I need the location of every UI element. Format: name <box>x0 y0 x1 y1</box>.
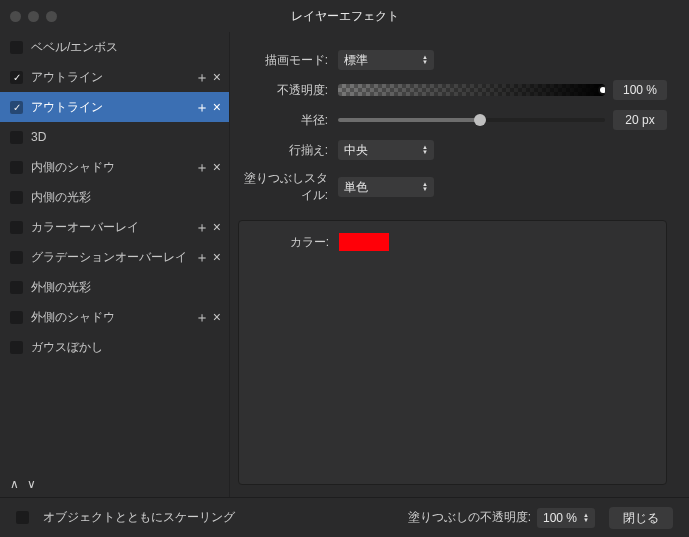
blend-mode-select[interactable]: 標準 ▲▼ <box>338 50 434 70</box>
blend-mode-row: 描画モード: 標準 ▲▼ <box>238 50 667 70</box>
effects-sidebar: ベベル/エンボスアウトライン＋×アウトライン＋×3D内側のシャドウ＋×内側の光彩… <box>0 32 230 497</box>
window-title: レイヤーエフェクト <box>0 8 689 25</box>
effect-item[interactable]: ベベル/エンボス <box>0 32 229 62</box>
add-effect-icon[interactable]: ＋ <box>195 220 209 234</box>
effect-checkbox[interactable] <box>10 221 23 234</box>
effect-label: ガウスぼかし <box>31 339 221 356</box>
effect-item[interactable]: ガウスぼかし <box>0 332 229 362</box>
footer: オブジェクトとともにスケーリング 塗りつぶしの不透明度: 100 % ▲▼ 閉じ… <box>0 497 689 537</box>
remove-effect-icon[interactable]: × <box>213 220 221 234</box>
fill-style-select[interactable]: 単色 ▲▼ <box>338 177 434 197</box>
effect-item[interactable]: 内側のシャドウ＋× <box>0 152 229 182</box>
move-up-icon[interactable]: ∧ <box>10 477 19 491</box>
effect-label: 外側のシャドウ <box>31 309 195 326</box>
remove-effect-icon[interactable]: × <box>213 250 221 264</box>
opacity-row: 不透明度: 100 % <box>238 80 667 100</box>
remove-effect-icon[interactable]: × <box>213 100 221 114</box>
fill-opacity-select[interactable]: 100 % ▲▼ <box>537 508 595 528</box>
color-well[interactable] <box>339 233 389 251</box>
alignment-row: 行揃え: 中央 ▲▼ <box>238 140 667 160</box>
effect-item[interactable]: カラーオーバーレイ＋× <box>0 212 229 242</box>
select-caret-icon: ▲▼ <box>422 145 428 155</box>
radius-slider[interactable] <box>338 112 605 128</box>
fill-style-label: 塗りつぶしスタイル: <box>238 170 338 204</box>
effect-item[interactable]: 外側の光彩 <box>0 272 229 302</box>
effect-checkbox[interactable] <box>10 341 23 354</box>
move-down-icon[interactable]: ∨ <box>27 477 36 491</box>
sidebar-reorder-controls: ∧ ∨ <box>0 471 230 497</box>
select-caret-icon: ▲▼ <box>422 55 428 65</box>
titlebar: レイヤーエフェクト <box>0 0 689 32</box>
alignment-select[interactable]: 中央 ▲▼ <box>338 140 434 160</box>
scale-with-object-checkbox[interactable] <box>16 511 29 524</box>
effect-checkbox[interactable] <box>10 71 23 84</box>
alignment-value: 中央 <box>344 142 368 159</box>
close-button[interactable]: 閉じる <box>609 507 673 529</box>
select-caret-icon: ▲▼ <box>583 513 589 523</box>
effect-label: カラーオーバーレイ <box>31 219 195 236</box>
effect-checkbox[interactable] <box>10 311 23 324</box>
add-effect-icon[interactable]: ＋ <box>195 250 209 264</box>
radius-row: 半径: 20 px <box>238 110 667 130</box>
color-label: カラー: <box>239 234 339 251</box>
radius-value[interactable]: 20 px <box>613 110 667 130</box>
effect-label: 3D <box>31 130 221 144</box>
radius-label: 半径: <box>238 112 338 129</box>
effect-item[interactable]: アウトライン＋× <box>0 92 229 122</box>
effect-label: グラデーションオーバーレイ <box>31 249 195 266</box>
blend-mode-value: 標準 <box>344 52 368 69</box>
effect-checkbox[interactable] <box>10 191 23 204</box>
window-controls <box>10 11 57 22</box>
opacity-slider[interactable] <box>338 84 605 96</box>
opacity-label: 不透明度: <box>238 82 338 99</box>
effect-label: 内側の光彩 <box>31 189 221 206</box>
remove-effect-icon[interactable]: × <box>213 160 221 174</box>
effect-item[interactable]: 外側のシャドウ＋× <box>0 302 229 332</box>
fill-style-row: 塗りつぶしスタイル: 単色 ▲▼ <box>238 170 667 204</box>
fill-opacity-label: 塗りつぶしの不透明度: <box>408 509 531 526</box>
remove-effect-icon[interactable]: × <box>213 70 221 84</box>
effect-checkbox[interactable] <box>10 131 23 144</box>
effect-label: 外側の光彩 <box>31 279 221 296</box>
color-panel: カラー: <box>238 220 667 485</box>
effect-item[interactable]: グラデーションオーバーレイ＋× <box>0 242 229 272</box>
effect-label: アウトライン <box>31 99 195 116</box>
opacity-value[interactable]: 100 % <box>613 80 667 100</box>
opacity-slider-knob[interactable] <box>598 85 605 95</box>
minimize-window-icon[interactable] <box>28 11 39 22</box>
scale-with-object-label: オブジェクトとともにスケーリング <box>43 509 235 526</box>
zoom-window-icon[interactable] <box>46 11 57 22</box>
fill-opacity-value: 100 % <box>543 511 577 525</box>
blend-mode-label: 描画モード: <box>238 52 338 69</box>
fill-style-value: 単色 <box>344 179 368 196</box>
effect-label: アウトライン <box>31 69 195 86</box>
alignment-label: 行揃え: <box>238 142 338 159</box>
add-effect-icon[interactable]: ＋ <box>195 70 209 84</box>
effect-item[interactable]: 3D <box>0 122 229 152</box>
effect-item[interactable]: アウトライン＋× <box>0 62 229 92</box>
effect-item[interactable]: 内側の光彩 <box>0 182 229 212</box>
effect-checkbox[interactable] <box>10 101 23 114</box>
add-effect-icon[interactable]: ＋ <box>195 310 209 324</box>
add-effect-icon[interactable]: ＋ <box>195 160 209 174</box>
add-effect-icon[interactable]: ＋ <box>195 100 209 114</box>
effect-checkbox[interactable] <box>10 161 23 174</box>
effect-label: ベベル/エンボス <box>31 39 221 56</box>
effect-checkbox[interactable] <box>10 281 23 294</box>
effect-checkbox[interactable] <box>10 251 23 264</box>
radius-slider-knob[interactable] <box>474 114 486 126</box>
close-window-icon[interactable] <box>10 11 21 22</box>
effect-label: 内側のシャドウ <box>31 159 195 176</box>
effect-checkbox[interactable] <box>10 41 23 54</box>
select-caret-icon: ▲▼ <box>422 182 428 192</box>
remove-effect-icon[interactable]: × <box>213 310 221 324</box>
properties-panel: 描画モード: 標準 ▲▼ 不透明度: 100 % 半径: 20 px 行揃え: <box>230 32 689 497</box>
